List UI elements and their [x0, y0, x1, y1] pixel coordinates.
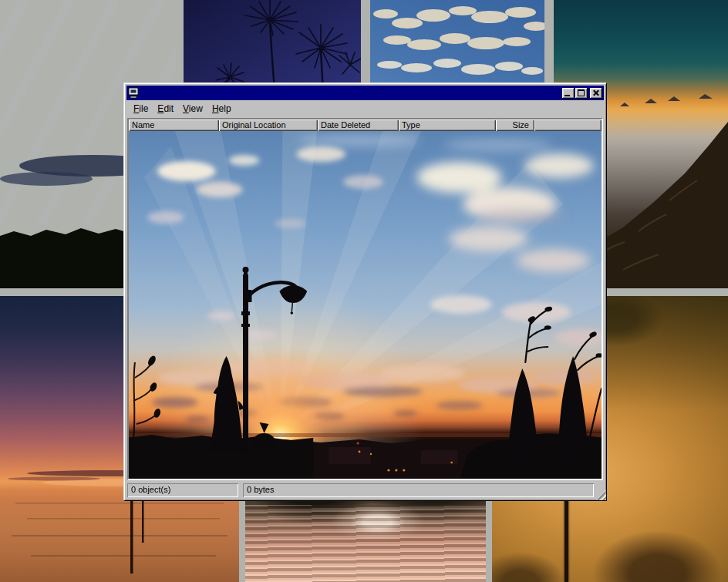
window-titlebar[interactable] — [126, 86, 604, 100]
column-header-size[interactable]: Size — [496, 119, 534, 131]
menu-edit[interactable]: Edit — [153, 102, 178, 116]
menu-bar: File Edit View Help — [127, 101, 603, 117]
maximize-icon — [578, 89, 585, 96]
column-header-row: Name Original Location Date Deleted Type… — [129, 119, 602, 131]
close-icon — [593, 89, 599, 96]
column-header-original-location[interactable]: Original Location — [219, 119, 318, 131]
status-bar: 0 object(s) 0 bytes — [127, 483, 603, 497]
maximize-button[interactable] — [575, 88, 588, 99]
minimize-icon — [565, 95, 570, 96]
recycle-bin-window: File Edit View Help Name Original Locati… — [123, 82, 607, 501]
minimize-button[interactable] — [562, 88, 575, 99]
column-header-type[interactable]: Type — [399, 119, 496, 131]
close-button[interactable] — [590, 88, 602, 99]
menu-help[interactable]: Help — [207, 102, 236, 116]
ripple-pattern — [245, 505, 486, 582]
status-bytes: 0 bytes — [243, 483, 594, 497]
status-objects: 0 object(s) — [127, 483, 238, 497]
computer-icon — [128, 87, 140, 99]
column-header-name[interactable]: Name — [129, 119, 219, 131]
desktop: File Edit View Help Name Original Locati… — [0, 0, 728, 582]
column-header-filler — [534, 119, 602, 131]
window-controls — [561, 88, 602, 99]
list-view: Name Original Location Date Deleted Type… — [127, 118, 603, 480]
menu-file[interactable]: File — [129, 102, 153, 116]
folder-background-photo — [129, 131, 602, 480]
column-header-date-deleted[interactable]: Date Deleted — [318, 119, 399, 131]
menu-view[interactable]: View — [178, 102, 207, 116]
sunset-lamp-photo — [129, 131, 602, 480]
